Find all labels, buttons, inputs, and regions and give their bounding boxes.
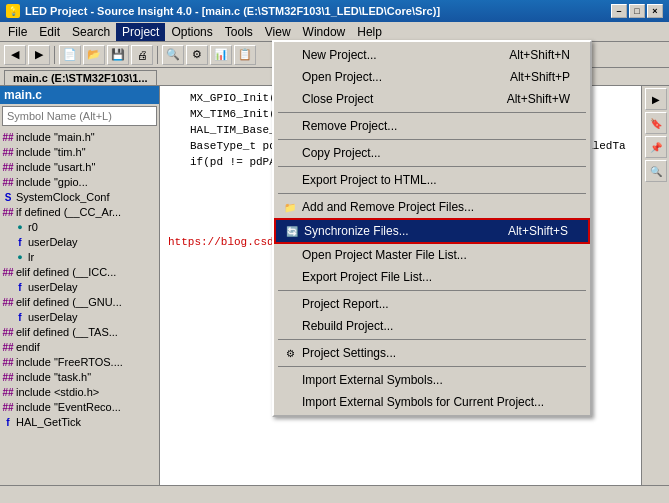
hash-icon: ## [2, 402, 14, 414]
hash-icon: ## [2, 162, 14, 174]
tree-item-r0[interactable]: ● r0 [0, 220, 159, 235]
window-controls[interactable]: – □ × [611, 4, 663, 18]
pm-icon-open [282, 69, 298, 85]
menu-search[interactable]: Search [66, 23, 116, 41]
forward-button[interactable]: ▶ [28, 45, 50, 65]
pm-sep-3 [278, 166, 586, 167]
tree-item-include-tim[interactable]: ## include "tim.h" [0, 145, 159, 160]
tree-item-include-freertos[interactable]: ## include "FreeRTOS.... [0, 355, 159, 370]
title-bar: 💡 LED Project - Source Insight 4.0 - [ma… [0, 0, 669, 22]
new-button[interactable]: 📄 [59, 45, 81, 65]
menu-view[interactable]: View [259, 23, 297, 41]
func-icon: f [14, 237, 26, 249]
func-icon: f [14, 282, 26, 294]
pm-sep-2 [278, 139, 586, 140]
var-icon: ● [14, 252, 26, 264]
tree-item-elif-icc[interactable]: ## elif defined (__ICC... [0, 265, 159, 280]
toolbar-btn-5[interactable]: 🔍 [162, 45, 184, 65]
pm-icon-remove [282, 118, 298, 134]
project-menu: New Project... Alt+Shift+N Open Project.… [272, 40, 592, 417]
right-toolbar: ▶ 🔖 📌 🔍 [641, 86, 669, 503]
pm-export-file-list[interactable]: Export Project File List... [274, 266, 590, 288]
pm-icon-settings: ⚙ [282, 345, 298, 361]
minimize-button[interactable]: – [611, 4, 627, 18]
pm-new-project[interactable]: New Project... Alt+Shift+N [274, 44, 590, 66]
save-button[interactable]: 💾 [107, 45, 129, 65]
pm-import-symbols[interactable]: Import External Symbols... [274, 369, 590, 391]
pm-rebuild-project[interactable]: Rebuild Project... [274, 315, 590, 337]
rt-btn-1[interactable]: ▶ [645, 88, 667, 110]
pm-sep-1 [278, 112, 586, 113]
print-button[interactable]: 🖨 [131, 45, 153, 65]
tree-area: ## include "main.h" ## include "tim.h" #… [0, 128, 159, 503]
toolbar-btn-7[interactable]: 📊 [210, 45, 232, 65]
hash-icon: ## [2, 342, 14, 354]
menu-edit[interactable]: Edit [33, 23, 66, 41]
tree-item-userdelay-2[interactable]: f userDelay [0, 280, 159, 295]
menu-file[interactable]: File [2, 23, 33, 41]
pm-icon-import [282, 372, 298, 388]
pm-icon-export [282, 172, 298, 188]
toolbar-btn-6[interactable]: ⚙ [186, 45, 208, 65]
pm-icon-close [282, 91, 298, 107]
pm-copy-project[interactable]: Copy Project... [274, 142, 590, 164]
symbol-search-input[interactable] [2, 106, 157, 126]
pm-add-remove-files[interactable]: 📁 Add and Remove Project Files... [274, 196, 590, 218]
tree-item-userdelay-1[interactable]: f userDelay [0, 235, 159, 250]
pm-open-master-list[interactable]: Open Project Master File List... [274, 244, 590, 266]
tree-item-if-cc[interactable]: ## if defined (__CC_Ar... [0, 205, 159, 220]
tree-item-include-eventreco[interactable]: ## include "EventReco... [0, 400, 159, 415]
menu-window[interactable]: Window [297, 23, 352, 41]
menu-options[interactable]: Options [165, 23, 218, 41]
pm-remove-project[interactable]: Remove Project... [274, 115, 590, 137]
tab-main-c[interactable]: main.c (E:\STM32F103\1... [4, 70, 157, 85]
maximize-button[interactable]: □ [629, 4, 645, 18]
menu-tools[interactable]: Tools [219, 23, 259, 41]
pm-import-symbols-current[interactable]: Import External Symbols for Current Proj… [274, 391, 590, 413]
toolbar-sep-1 [54, 46, 55, 64]
menu-project[interactable]: Project [116, 23, 165, 41]
hash-icon: ## [2, 147, 14, 159]
tree-item-include-usart[interactable]: ## include "usart.h" [0, 160, 159, 175]
toolbar-btn-8[interactable]: 📋 [234, 45, 256, 65]
tree-item-include-gpio[interactable]: ## include "gpio... [0, 175, 159, 190]
tree-item-lr[interactable]: ● lr [0, 250, 159, 265]
tree-item-userdelay-3[interactable]: f userDelay [0, 310, 159, 325]
pm-project-report[interactable]: Project Report... [274, 293, 590, 315]
pm-project-settings[interactable]: ⚙ Project Settings... [274, 342, 590, 364]
pm-icon-export-list [282, 269, 298, 285]
menu-bar: File Edit Search Project Options Tools V… [0, 22, 669, 42]
hash-icon: ## [2, 267, 14, 279]
pm-icon-add-files: 📁 [282, 199, 298, 215]
pm-icon-copy [282, 145, 298, 161]
rt-btn-4[interactable]: 🔍 [645, 160, 667, 182]
pm-open-project[interactable]: Open Project... Alt+Shift+P [274, 66, 590, 88]
pm-close-project[interactable]: Close Project Alt+Shift+W [274, 88, 590, 110]
pm-icon-master [282, 247, 298, 263]
tree-item-include-main[interactable]: ## include "main.h" [0, 130, 159, 145]
tree-item-include-task[interactable]: ## include "task.h" [0, 370, 159, 385]
status-bar [0, 485, 669, 503]
rt-btn-3[interactable]: 📌 [645, 136, 667, 158]
tree-item-hal-gettick[interactable]: f HAL_GetTick [0, 415, 159, 430]
tree-item-include-stdio[interactable]: ## include <stdio.h> [0, 385, 159, 400]
pm-icon-report [282, 296, 298, 312]
tree-item-elif-gnu[interactable]: ## elif defined (__GNU... [0, 295, 159, 310]
open-button[interactable]: 📂 [83, 45, 105, 65]
pm-sep-7 [278, 366, 586, 367]
tree-item-elif-tas[interactable]: ## elif defined (__TAS... [0, 325, 159, 340]
rt-btn-2[interactable]: 🔖 [645, 112, 667, 134]
hash-icon: ## [2, 372, 14, 384]
title-text: LED Project - Source Insight 4.0 - [main… [25, 5, 611, 17]
close-button[interactable]: × [647, 4, 663, 18]
pm-icon-new [282, 47, 298, 63]
hash-icon: ## [2, 177, 14, 189]
pm-synchronize-files[interactable]: 🔄 Synchronize Files... Alt+Shift+S [274, 218, 590, 244]
pm-icon-import-current [282, 394, 298, 410]
pm-export-html[interactable]: Export Project to HTML... [274, 169, 590, 191]
back-button[interactable]: ◀ [4, 45, 26, 65]
tree-item-systemclock[interactable]: S SystemClock_Conf [0, 190, 159, 205]
hash-icon: ## [2, 132, 14, 144]
menu-help[interactable]: Help [351, 23, 388, 41]
tree-item-endif[interactable]: ## endif [0, 340, 159, 355]
